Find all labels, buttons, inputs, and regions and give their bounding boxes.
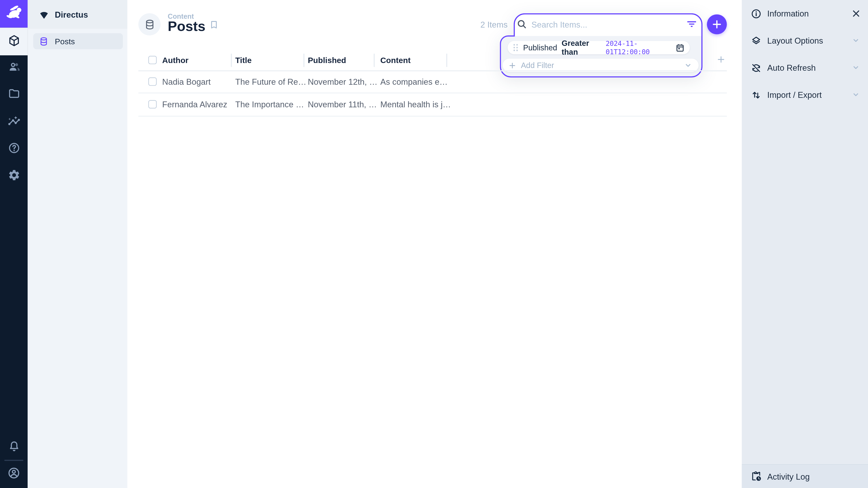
import-export-icon [751, 90, 762, 101]
section-label: Information [767, 9, 809, 18]
cell-title[interactable]: The Importance … [235, 99, 304, 110]
row-checkbox[interactable] [148, 100, 157, 108]
account-button[interactable] [0, 461, 28, 488]
chevron-down-icon[interactable] [683, 60, 693, 70]
section-label: Layout Options [767, 36, 823, 45]
directus-app: Directus Posts Content Posts 2 Items Pub… [0, 0, 868, 488]
bell-icon [7, 440, 20, 455]
column-divider[interactable] [231, 54, 232, 67]
filter-icon[interactable] [686, 18, 698, 32]
column-header-title[interactable]: Title [235, 55, 252, 66]
filter-rule[interactable]: Published Greater than 2024-11-01T12:00:… [508, 41, 690, 54]
settings-gear-icon [7, 168, 20, 184]
directus-logo-button[interactable] [0, 0, 28, 28]
activity-log-label: Activity Log [767, 472, 810, 481]
database-icon [144, 19, 155, 30]
cell-content[interactable]: Mental health is j… [380, 99, 451, 110]
chevron-down-icon[interactable] [851, 35, 861, 48]
info-icon [751, 8, 762, 19]
cell-content[interactable]: As companies e… [380, 76, 447, 88]
cell-author[interactable]: Nadia Bogart [162, 76, 211, 88]
module-insights-button[interactable] [0, 108, 28, 135]
column-divider[interactable] [303, 54, 305, 67]
database-icon [39, 36, 49, 46]
module-help-button[interactable] [0, 135, 28, 162]
drag-handle-icon[interactable] [513, 43, 519, 52]
column-header-published[interactable]: Published [308, 55, 346, 66]
notifications-button[interactable] [0, 434, 28, 460]
cell-author[interactable]: Fernanda Alvarez [162, 99, 227, 110]
project-logo-icon [39, 9, 49, 20]
bookmark-icon[interactable] [209, 20, 219, 32]
chevron-down-icon[interactable] [851, 63, 861, 75]
add-filter-button[interactable]: Add Filter [503, 59, 699, 72]
add-filter-label: Add Filter [521, 61, 554, 70]
select-all-checkbox[interactable] [148, 56, 157, 64]
module-users-button[interactable] [0, 54, 28, 81]
close-icon[interactable] [851, 8, 862, 21]
help-icon [7, 141, 20, 156]
section-label: Import / Export [767, 90, 822, 100]
column-header-author[interactable]: Author [162, 55, 188, 66]
sidebar-section-auto-refresh[interactable]: Auto Refresh [742, 54, 868, 81]
row-checkbox[interactable] [148, 77, 157, 86]
column-header-content[interactable]: Content [380, 55, 410, 66]
row-divider [138, 116, 727, 117]
avatar-icon [7, 466, 21, 482]
header-divider [138, 70, 727, 71]
search-input[interactable] [531, 17, 659, 32]
search-icon [516, 18, 527, 32]
module-settings-button[interactable] [0, 163, 28, 189]
sidebar-item-posts[interactable]: Posts [33, 33, 123, 49]
module-files-button[interactable] [0, 81, 28, 108]
module-content-button[interactable] [0, 28, 28, 55]
add-item-button[interactable] [707, 14, 727, 34]
activity-log-icon [751, 471, 762, 482]
content-module-icon [7, 34, 20, 49]
sidebar-item-label: Posts [55, 37, 75, 46]
add-column-button[interactable] [716, 55, 726, 66]
page-title: Posts [168, 18, 206, 34]
cell-published[interactable]: November 11th, … [308, 99, 377, 110]
row-divider [138, 92, 727, 94]
plus-icon [711, 18, 723, 31]
project-header[interactable]: Directus [28, 0, 127, 29]
project-name: Directus [55, 10, 88, 19]
directus-rabbit-icon [4, 3, 24, 25]
sidebar-section-import-export[interactable]: Import / Export [742, 81, 868, 108]
plus-icon [508, 61, 517, 70]
insights-icon [7, 114, 20, 129]
filter-field[interactable]: Published [523, 43, 557, 52]
layers-icon [751, 35, 762, 46]
sync-disabled-icon [751, 62, 762, 73]
cell-title[interactable]: The Future of Re… [235, 76, 306, 88]
users-icon [7, 60, 20, 75]
filter-value[interactable]: 2024-11-01T12:00:00 [606, 39, 671, 56]
sidebar-section-information[interactable]: Information [742, 0, 868, 27]
column-divider[interactable] [446, 54, 447, 67]
collection-icon-button[interactable] [138, 13, 160, 35]
cell-published[interactable]: November 12th, … [308, 76, 377, 88]
chevron-down-icon[interactable] [851, 90, 861, 102]
activity-log-button[interactable]: Activity Log [742, 465, 868, 488]
nav-sidebar [28, 0, 127, 488]
sidebar-section-layout-options[interactable]: Layout Options [742, 27, 868, 54]
calendar-icon[interactable] [675, 43, 685, 53]
items-count: 2 Items [454, 20, 508, 29]
folder-icon [7, 87, 20, 102]
section-label: Auto Refresh [767, 63, 815, 72]
filter-operator[interactable]: Greater than [561, 39, 601, 56]
column-divider[interactable] [374, 54, 375, 67]
